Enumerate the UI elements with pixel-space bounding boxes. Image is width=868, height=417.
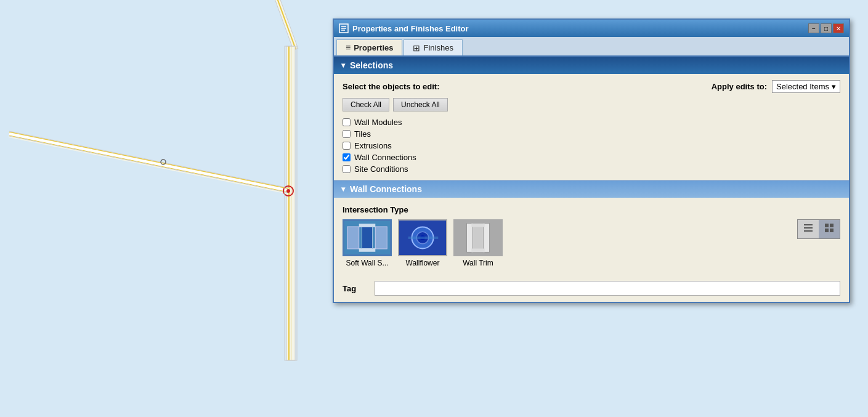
check-all-button[interactable]: Check All (343, 98, 389, 111)
wallflower-image (398, 219, 447, 256)
view-toggle (797, 219, 840, 239)
svg-rect-38 (471, 249, 484, 253)
soft-wall-s-label: Soft Wall S... (346, 259, 389, 267)
select-objects-row: Select the objects to edit: Apply edits … (343, 80, 840, 93)
soft-wall-s-image (343, 219, 392, 256)
tab-properties[interactable]: ≡ Properties (336, 39, 402, 55)
svg-rect-25 (359, 248, 376, 252)
svg-point-13 (286, 189, 290, 193)
wall-connections-section-header: ▾ Wall Connections (334, 180, 849, 198)
intersection-type-cards: Soft Wall S... Wallflowe (343, 219, 840, 267)
title-bar: Properties and Finishes Editor − □ ✕ (334, 20, 849, 37)
close-button[interactable]: ✕ (833, 23, 844, 33)
svg-rect-22 (362, 227, 372, 249)
svg-rect-45 (830, 229, 834, 232)
svg-rect-40 (804, 227, 813, 229)
svg-rect-41 (804, 230, 813, 232)
properties-icon: ≡ (346, 43, 351, 52)
svg-rect-32 (408, 237, 439, 239)
uncheck-all-button[interactable]: Uncheck All (393, 98, 448, 111)
wall-trim-label: Wall Trim (463, 259, 493, 267)
svg-rect-4 (288, 46, 290, 360)
selections-section-title: Selections (350, 60, 393, 70)
dialog-title: Properties and Finishes Editor (352, 24, 469, 33)
tiles-label: Tiles (354, 129, 371, 139)
minimize-button[interactable]: − (808, 23, 819, 33)
svg-rect-36 (484, 224, 490, 253)
soft-wall-s-card[interactable]: Soft Wall S... (343, 219, 392, 267)
apply-edits-group: Apply edits to: Selected Items ▾ (712, 80, 840, 93)
dialog-content: ▾ Selections Select the objects to edit:… (334, 57, 849, 302)
selections-chevron-icon: ▾ (341, 61, 345, 70)
checkbox-site-conditions[interactable]: Site Conditions (343, 164, 840, 174)
wall-connections-content: Intersection Type (334, 198, 849, 275)
tiles-checkbox[interactable] (343, 130, 351, 138)
maximize-button[interactable]: □ (821, 23, 832, 33)
svg-rect-43 (830, 224, 834, 227)
intersection-type-label: Intersection Type (343, 205, 840, 214)
apply-edits-value: Selected Items (776, 82, 829, 91)
checkbox-list: Wall Modules Tiles Extrusions Wall Conne… (343, 118, 840, 174)
check-buttons-row: Check All Uncheck All (343, 98, 840, 111)
checkbox-wall-connections[interactable]: Wall Connections (343, 153, 840, 162)
wall-modules-label: Wall Modules (354, 118, 402, 127)
wallflower-card[interactable]: Wallflower (398, 219, 447, 267)
dropdown-chevron-icon: ▾ (832, 82, 836, 91)
svg-rect-42 (825, 224, 829, 227)
checkbox-extrusions[interactable]: Extrusions (343, 141, 840, 150)
tab-properties-label: Properties (354, 43, 393, 52)
extrusions-checkbox[interactable] (343, 142, 351, 150)
site-conditions-checkbox[interactable] (343, 165, 351, 173)
checkbox-tiles[interactable]: Tiles (343, 129, 840, 139)
svg-rect-35 (466, 224, 473, 253)
svg-rect-44 (825, 229, 829, 232)
tag-label: Tag (343, 284, 367, 293)
svg-rect-0 (0, 0, 327, 417)
grid-view-button[interactable] (819, 220, 840, 238)
selections-section-header: ▾ Selections (334, 57, 849, 74)
dialog-icon (339, 23, 349, 33)
apply-edits-label: Apply edits to: (712, 82, 767, 91)
wall-connections-checkbox[interactable] (343, 153, 351, 161)
title-bar-controls: − □ ✕ (808, 23, 844, 33)
tag-input[interactable] (375, 281, 840, 296)
wall-trim-image (453, 219, 503, 256)
tab-finishes[interactable]: ⊞ Finishes (404, 39, 462, 55)
wallflower-label: Wallflower (406, 259, 440, 267)
checkbox-wall-modules[interactable]: Wall Modules (343, 118, 840, 127)
svg-rect-23 (375, 227, 387, 249)
svg-rect-37 (471, 224, 484, 227)
svg-rect-5 (291, 46, 291, 360)
select-objects-label: Select the objects to edit: (343, 82, 439, 91)
tab-finishes-label: Finishes (423, 43, 453, 52)
wall-connections-chevron-icon: ▾ (341, 185, 345, 193)
list-view-button[interactable] (798, 220, 819, 238)
finishes-icon: ⊞ (413, 43, 420, 53)
wall-modules-checkbox[interactable] (343, 118, 351, 126)
selections-area: Select the objects to edit: Apply edits … (334, 74, 849, 180)
tab-bar: ≡ Properties ⊞ Finishes (334, 37, 849, 57)
canvas-area (0, 0, 327, 417)
svg-rect-34 (471, 224, 484, 253)
site-conditions-label: Site Conditions (354, 164, 408, 174)
svg-rect-24 (359, 224, 376, 227)
tag-row: Tag (334, 275, 849, 302)
title-bar-left: Properties and Finishes Editor (339, 23, 469, 33)
properties-finishes-dialog: Properties and Finishes Editor − □ ✕ ≡ P… (333, 18, 850, 303)
apply-edits-dropdown[interactable]: Selected Items ▾ (772, 80, 840, 93)
canvas-svg (0, 0, 327, 417)
wall-connections-section-title: Wall Connections (350, 184, 422, 194)
wall-trim-card[interactable]: Wall Trim (453, 219, 503, 267)
extrusions-label: Extrusions (354, 141, 392, 150)
svg-rect-21 (347, 227, 359, 249)
svg-rect-39 (804, 224, 813, 225)
wall-connections-label: Wall Connections (354, 153, 416, 162)
